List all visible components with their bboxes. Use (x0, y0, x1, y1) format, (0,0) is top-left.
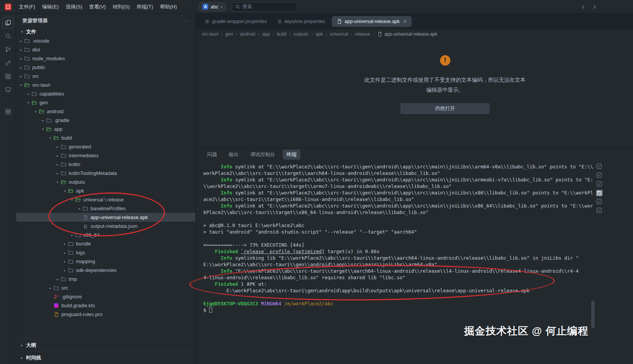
breadcrumb-item[interactable]: release (355, 31, 370, 37)
terminal[interactable]: Info symlink at "E:\\workPlace2\\abc\\sr… (196, 161, 633, 313)
terminal-scrollbar[interactable] (591, 301, 595, 328)
terminal-instance-icon[interactable] (596, 172, 602, 178)
chevron-right-icon[interactable]: ▸ (18, 74, 24, 78)
tree-item[interactable]: ▸bundle (16, 239, 195, 248)
chevron-right-icon[interactable]: ▸ (62, 268, 68, 272)
chevron-right-icon[interactable]: ▸ (18, 66, 24, 69)
tree-item[interactable]: .gitignore (16, 292, 195, 301)
terminal-instance-icon[interactable] (596, 190, 602, 196)
menu-item[interactable]: 终端(T) (133, 0, 157, 14)
editor-tab[interactable]: keystore.properties (272, 14, 330, 29)
tree-item[interactable]: ▸node_modules (16, 54, 195, 63)
panel-tab[interactable]: 问题 (203, 150, 221, 160)
chevron-right-icon[interactable]: ▸ (62, 260, 68, 264)
tree-item[interactable]: ▾app (16, 125, 195, 133)
tree-item[interactable]: {}output-metadata.json (16, 222, 195, 231)
tree-item[interactable]: ▾gen (16, 98, 195, 107)
menu-item[interactable]: 编辑(E) (39, 0, 62, 14)
chevron-down-icon[interactable]: ▾ (40, 127, 46, 131)
section-timeline[interactable]: ▸ 时间线 (16, 351, 195, 364)
chevron-down-icon[interactable]: ▾ (26, 101, 31, 105)
close-icon[interactable]: × (404, 19, 407, 24)
apps-grid-icon[interactable] (2, 106, 14, 117)
tree-item[interactable]: ▾outputs (16, 178, 195, 186)
chevron-right-icon[interactable]: ▸ (55, 145, 60, 149)
tree-item[interactable]: ▾apk (16, 186, 195, 195)
chevron-down-icon[interactable]: ▾ (33, 110, 38, 114)
chevron-down-icon[interactable]: ▾ (55, 180, 60, 184)
terminal-instance-icon[interactable] (596, 199, 602, 205)
breadcrumb-item[interactable]: gen (225, 31, 233, 37)
explorer-icon[interactable] (2, 17, 14, 28)
terminal-instance-icon[interactable] (596, 181, 602, 187)
breadcrumb-item[interactable]: app-universal-release.apk (377, 31, 437, 37)
tree-item[interactable]: build.gradle.kts (16, 301, 195, 310)
breadcrumb-item[interactable]: universal (330, 31, 348, 37)
breadcrumb-item[interactable]: outputs (293, 31, 308, 37)
tree-item[interactable]: ▾universal \ release (16, 195, 195, 204)
panel-tab[interactable]: 调试控制台 (246, 150, 279, 160)
editor-tab[interactable]: gradle-wrapper.properties (199, 14, 272, 29)
tree-item[interactable]: ▸kotlin (16, 160, 195, 169)
tree-item[interactable]: ▸tmp (16, 275, 195, 283)
chevron-right-icon[interactable]: ▸ (55, 154, 60, 158)
chevron-right-icon[interactable]: ▸ (62, 242, 68, 246)
more-actions-icon[interactable]: ··· (183, 17, 190, 24)
chevron-right-icon[interactable]: ▸ (48, 286, 53, 290)
chevron-right-icon[interactable]: ▸ (77, 207, 82, 211)
tree-item[interactable]: ▸x86_64 (16, 231, 195, 239)
search-icon[interactable] (2, 30, 14, 42)
remote-link-icon[interactable] (2, 57, 14, 69)
tree-item[interactable]: ▸mapping (16, 257, 195, 266)
tree-item[interactable]: proguard-rules.pro (16, 310, 195, 319)
tree-item[interactable]: ▸baselineProfiles (16, 204, 195, 213)
panel-tab[interactable]: 终端 (283, 150, 300, 160)
open-anyway-button[interactable]: 仍然打开 (401, 103, 490, 114)
project-selector[interactable]: A abc ▾ (199, 2, 226, 12)
menu-item[interactable]: 选择(S) (62, 0, 86, 14)
tree-item[interactable]: ▾build (16, 133, 195, 142)
back-arrow-icon[interactable] (580, 4, 586, 10)
breadcrumb-item[interactable]: apk (315, 31, 323, 37)
tree-item[interactable]: ▸sdk-dependencies (16, 266, 195, 275)
forward-arrow-icon[interactable] (592, 4, 598, 10)
chevron-right-icon[interactable]: ▸ (18, 39, 24, 43)
menu-item[interactable]: 查看(V) (86, 0, 109, 14)
screen-icon[interactable] (2, 84, 14, 96)
panel-tab[interactable]: 输出 (225, 150, 242, 160)
chevron-down-icon[interactable]: ▾ (18, 83, 24, 87)
chevron-right-icon[interactable]: ▸ (55, 171, 60, 175)
menu-item[interactable]: 文件(F) (15, 0, 39, 14)
tree-item[interactable]: ▸kotlinToolingMetadata (16, 169, 195, 178)
chevron-right-icon[interactable]: ▸ (55, 163, 60, 166)
source-control-icon[interactable] (2, 44, 14, 55)
editor-tab[interactable]: app-universal-release.apk× (332, 16, 412, 27)
tree-item[interactable]: ▸capabilities (16, 89, 195, 98)
chevron-down-icon[interactable]: ▾ (62, 189, 68, 193)
breadcrumb-item[interactable]: build (277, 31, 286, 37)
chevron-right-icon[interactable]: ▸ (18, 48, 24, 52)
chevron-right-icon[interactable]: ▸ (26, 92, 31, 96)
chevron-right-icon[interactable]: ▸ (18, 57, 24, 61)
global-search-input[interactable]: 搜索 (232, 2, 298, 12)
terminal-instance-icon[interactable] (596, 163, 602, 170)
tree-item[interactable]: ▸dist (16, 45, 195, 54)
chevron-right-icon[interactable]: ▸ (69, 233, 75, 237)
tree-item[interactable]: app-universal-release.apk (16, 213, 195, 222)
breadcrumb-item[interactable]: android (240, 31, 255, 37)
terminal-instance-icon[interactable] (596, 208, 602, 214)
menu-item[interactable]: 转到(G) (109, 0, 134, 14)
tree-item[interactable]: ▸intermediates (16, 151, 195, 160)
tree-item[interactable]: ▾android (16, 107, 195, 116)
tree-item[interactable]: ▸src (16, 72, 195, 81)
tree-item[interactable]: ▸generated (16, 142, 195, 151)
chevron-down-icon[interactable]: ▾ (69, 198, 75, 202)
chevron-right-icon[interactable]: ▸ (40, 119, 46, 122)
breadcrumb-item[interactable]: src-tauri (202, 31, 218, 37)
breadcrumb-item[interactable]: app (262, 31, 270, 37)
chevron-right-icon[interactable]: ▸ (62, 251, 68, 255)
tree-item[interactable]: ▸public (16, 63, 195, 72)
chevron-down-icon[interactable]: ▾ (48, 136, 53, 140)
tree-item[interactable]: ▸.vscode (16, 36, 195, 45)
menu-item[interactable]: 帮助(H) (157, 0, 180, 14)
